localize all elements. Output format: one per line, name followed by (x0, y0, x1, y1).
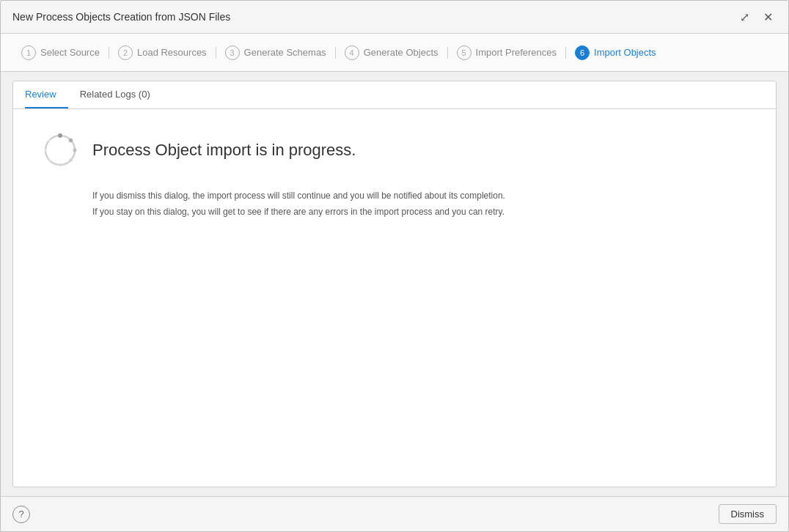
close-icon: ✕ (763, 10, 773, 24)
step-6-circle: 6 (575, 45, 590, 60)
step-3-label: Generate Schemas (244, 47, 326, 58)
step-3[interactable]: 3 Generate Schemas (216, 45, 335, 60)
svg-point-1 (58, 133, 62, 138)
step-5-label: Import Preferences (476, 47, 557, 58)
svg-point-7 (45, 149, 47, 152)
step-4-label: Generate Objects (364, 47, 438, 58)
dialog: New Process Objects Creation from JSON F… (0, 0, 789, 532)
info-text: If you dismiss this dialog, the import p… (92, 188, 746, 220)
step-3-circle: 3 (225, 45, 240, 60)
dismiss-button[interactable]: Dismiss (719, 504, 777, 524)
tab-review[interactable]: Review (25, 81, 68, 108)
svg-point-3 (73, 149, 77, 152)
svg-point-8 (48, 139, 51, 141)
loading-spinner (43, 133, 78, 168)
step-1-label: Select Source (40, 47, 100, 58)
tab-review-label: Review (25, 89, 56, 100)
tab-related-logs[interactable]: Related Logs (0) (80, 81, 162, 108)
step-5[interactable]: 5 Import Preferences (448, 45, 566, 60)
tab-related-logs-label: Related Logs (0) (80, 89, 150, 100)
panel-body: Process Object import is in progress. If… (13, 109, 776, 487)
info-line-1: If you dismiss this dialog, the import p… (92, 188, 746, 204)
title-bar-actions: ⤢ ✕ (735, 8, 777, 26)
step-4-circle: 4 (345, 45, 359, 60)
svg-point-6 (48, 159, 51, 162)
content-panel: Review Related Logs (0) (12, 81, 777, 487)
svg-point-5 (59, 163, 62, 166)
progress-title: Process Object import is in progress. (92, 141, 356, 160)
step-1-circle: 1 (21, 45, 36, 60)
expand-icon: ⤢ (740, 10, 749, 24)
svg-point-2 (69, 138, 73, 143)
expand-button[interactable]: ⤢ (735, 8, 753, 26)
content-area: Review Related Logs (0) (1, 72, 788, 496)
help-button[interactable]: ? (12, 506, 30, 523)
dialog-title: New Process Objects Creation from JSON F… (12, 11, 230, 23)
help-icon: ? (18, 509, 23, 520)
footer: ? Dismiss (1, 496, 788, 531)
progress-section: Process Object import is in progress. (43, 133, 746, 168)
step-6-label: Import Objects (594, 47, 656, 58)
dismiss-label: Dismiss (731, 509, 765, 520)
step-5-circle: 5 (457, 45, 471, 60)
title-bar: New Process Objects Creation from JSON F… (1, 1, 788, 34)
steps-bar: 1 Select Source 2 Load Resources 3 Gener… (1, 34, 788, 72)
step-1[interactable]: 1 Select Source (12, 45, 109, 60)
svg-point-4 (69, 158, 72, 161)
tabs-row: Review Related Logs (0) (13, 81, 776, 109)
step-6[interactable]: 6 Import Objects (566, 45, 665, 60)
step-2[interactable]: 2 Load Resources (109, 45, 216, 60)
step-4[interactable]: 4 Generate Objects (336, 45, 447, 60)
step-2-circle: 2 (118, 45, 133, 60)
close-button[interactable]: ✕ (759, 8, 777, 26)
info-line-2: If you stay on this dialog, you will get… (92, 204, 746, 221)
step-2-label: Load Resources (137, 47, 207, 58)
